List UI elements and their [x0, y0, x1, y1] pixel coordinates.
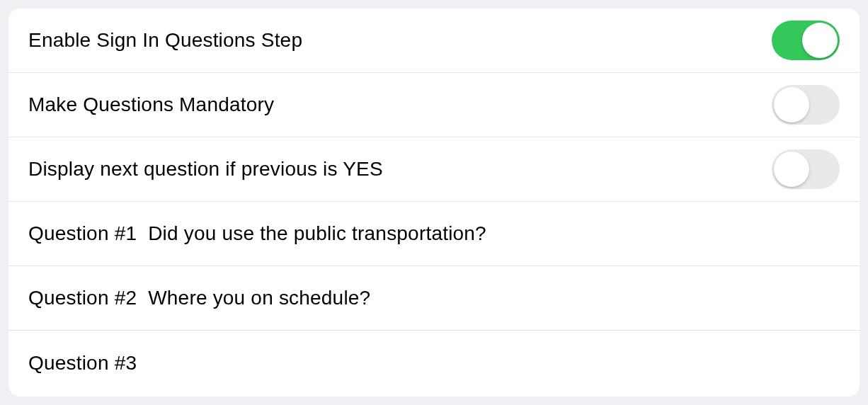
- toggle-knob: [802, 23, 838, 58]
- settings-card: Enable Sign In Questions Step Make Quest…: [8, 8, 860, 397]
- question-row-3[interactable]: Question #3: [8, 331, 860, 395]
- setting-row-enable-signin-questions: Enable Sign In Questions Step: [8, 8, 860, 73]
- toggle-enable-signin-questions[interactable]: [772, 21, 840, 60]
- setting-label: Enable Sign In Questions Step: [28, 29, 302, 52]
- setting-row-display-next-if-yes: Display next question if previous is YES: [8, 137, 860, 202]
- setting-label: Make Questions Mandatory: [28, 93, 274, 116]
- question-prefix: Question #2: [28, 287, 137, 309]
- question-row-2[interactable]: Question #2 Where you on schedule?: [8, 266, 860, 331]
- toggle-mandatory-questions[interactable]: [772, 85, 840, 125]
- toggle-display-next-if-yes[interactable]: [772, 149, 840, 189]
- question-prefix: Question #1: [28, 222, 137, 245]
- question-prefix: Question #3: [28, 352, 137, 375]
- toggle-knob: [774, 152, 809, 187]
- toggle-knob: [774, 87, 809, 122]
- setting-label: Display next question if previous is YES: [28, 158, 383, 181]
- question-text: Where you on schedule?: [148, 287, 370, 309]
- question-row-1[interactable]: Question #1 Did you use the public trans…: [8, 202, 860, 266]
- setting-row-mandatory-questions: Make Questions Mandatory: [8, 73, 860, 137]
- question-text: Did you use the public transportation?: [148, 222, 486, 245]
